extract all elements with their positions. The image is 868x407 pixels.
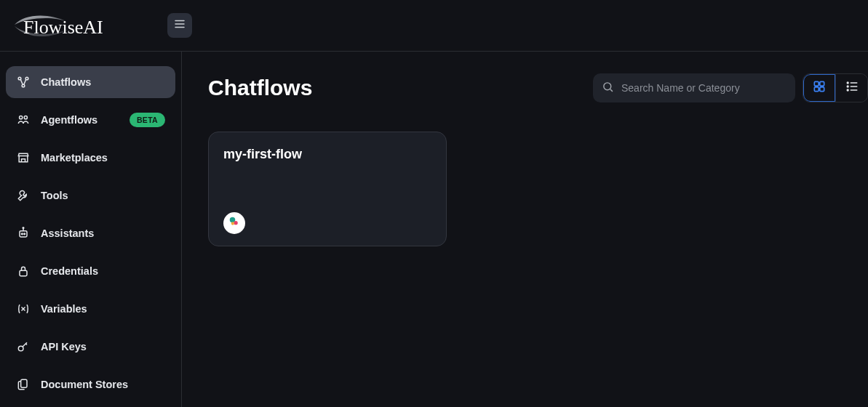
svg-point-13 xyxy=(18,346,23,351)
svg-point-28 xyxy=(231,222,234,225)
sidebar-item-label: Document Stores xyxy=(41,379,128,390)
list-view-button[interactable] xyxy=(835,74,867,102)
brand-logo: FlowiseAI xyxy=(10,9,138,42)
sidebar-item-label: API Keys xyxy=(41,341,87,352)
card-title: my-first-flow xyxy=(223,147,431,162)
search-icon xyxy=(602,81,614,96)
list-icon xyxy=(845,79,859,97)
sidebar-item-label: Assistants xyxy=(41,227,94,239)
sidebar: Chatflows Agentflows BETA M xyxy=(0,52,182,407)
search-input[interactable] xyxy=(621,82,787,94)
svg-point-15 xyxy=(604,82,611,89)
svg-point-9 xyxy=(22,233,23,235)
svg-point-5 xyxy=(22,84,25,87)
svg-point-10 xyxy=(24,233,25,235)
sidebar-item-label: Agentflows xyxy=(41,114,97,126)
topbar: FlowiseAI xyxy=(0,0,868,52)
menu-icon xyxy=(173,17,186,33)
sidebar-item-agentflows[interactable]: Agentflows BETA xyxy=(6,104,175,136)
grid-view-button[interactable] xyxy=(803,74,835,102)
openai-icon xyxy=(227,214,242,232)
search-box[interactable] xyxy=(593,73,795,102)
svg-rect-8 xyxy=(20,231,27,237)
sidebar-item-credentials[interactable]: Credentials xyxy=(6,255,175,287)
tools-icon xyxy=(16,188,31,203)
sidebar-item-label: Tools xyxy=(41,190,68,201)
svg-rect-17 xyxy=(820,81,824,86)
sidebar-item-label: Variables xyxy=(41,303,87,315)
brand-text: FlowiseAI xyxy=(23,17,103,38)
main-content: Chatflows xyxy=(182,52,868,407)
sidebar-item-assistants[interactable]: Assistants xyxy=(6,217,175,249)
svg-rect-14 xyxy=(21,379,27,387)
sidebar-item-label: Credentials xyxy=(41,265,98,277)
flow-icon xyxy=(16,75,31,89)
documents-icon xyxy=(16,377,31,392)
key-icon xyxy=(16,339,31,354)
sidebar-item-label: Marketplaces xyxy=(41,152,108,164)
lock-icon xyxy=(16,264,31,278)
chatflow-card[interactable]: my-first-flow xyxy=(208,132,447,246)
view-toggle xyxy=(803,73,868,102)
model-badge xyxy=(223,212,245,234)
sidebar-item-apikeys[interactable]: API Keys xyxy=(6,331,175,363)
svg-point-6 xyxy=(20,116,23,119)
agents-icon xyxy=(16,113,31,127)
svg-point-7 xyxy=(24,116,27,119)
robot-icon xyxy=(16,226,31,241)
sidebar-item-tools[interactable]: Tools xyxy=(6,180,175,211)
store-icon xyxy=(16,150,31,165)
svg-point-20 xyxy=(847,82,848,84)
sidebar-item-chatflows[interactable]: Chatflows xyxy=(6,66,175,98)
svg-point-27 xyxy=(234,221,237,225)
svg-point-24 xyxy=(847,89,848,91)
svg-rect-12 xyxy=(20,270,27,276)
sidebar-item-documentstores[interactable]: Document Stores xyxy=(6,368,175,400)
variable-icon xyxy=(16,302,31,316)
svg-rect-19 xyxy=(820,87,824,92)
svg-rect-18 xyxy=(814,87,819,92)
svg-rect-16 xyxy=(814,81,819,86)
page-title: Chatflows xyxy=(208,76,312,100)
svg-point-22 xyxy=(847,86,848,87)
beta-badge: BETA xyxy=(130,113,165,127)
sidebar-item-label: Chatflows xyxy=(41,76,91,88)
grid-icon xyxy=(812,79,827,97)
sidebar-item-marketplaces[interactable]: Marketplaces xyxy=(6,142,175,174)
sidebar-item-variables[interactable]: Variables xyxy=(6,293,175,325)
menu-toggle-button[interactable] xyxy=(167,13,192,38)
svg-point-11 xyxy=(23,227,24,229)
